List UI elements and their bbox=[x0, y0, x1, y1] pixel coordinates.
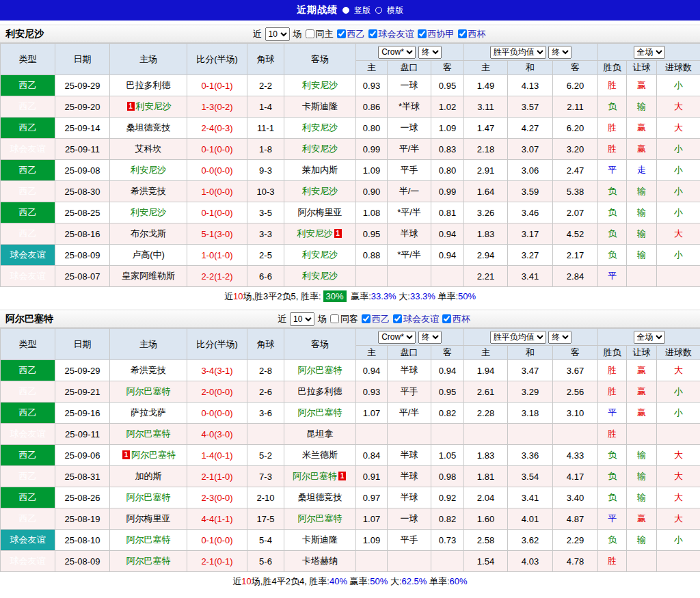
team-link[interactable]: 希洪竞技 bbox=[131, 365, 166, 375]
team-link[interactable]: 阿尔巴塞特 bbox=[126, 534, 171, 545]
home-team-cell[interactable]: 希洪竞技 bbox=[110, 181, 187, 202]
asian-time-select[interactable]: 终 bbox=[418, 46, 442, 59]
home-team-cell[interactable]: 阿尔梅里亚 bbox=[110, 508, 187, 530]
team-link[interactable]: 卡塔赫纳 bbox=[302, 556, 338, 566]
match-count-select[interactable]: 10 bbox=[265, 27, 290, 41]
home-team-cell[interactable]: 利安尼沙 bbox=[110, 202, 187, 223]
league-checkbox[interactable] bbox=[458, 29, 467, 38]
vertical-layout-radio[interactable] bbox=[342, 7, 349, 14]
away-team-cell[interactable]: 米兰德斯 bbox=[284, 445, 356, 466]
home-team-cell[interactable]: 利安尼沙 bbox=[110, 160, 187, 181]
horizontal-layout-label[interactable]: 横版 bbox=[387, 5, 403, 16]
team-link[interactable]: 萨拉戈萨 bbox=[131, 407, 166, 418]
team-link[interactable]: 利安尼沙 bbox=[297, 228, 333, 239]
home-team-cell[interactable]: 艾科坎 bbox=[110, 139, 187, 160]
away-team-cell[interactable]: 卡塔赫纳 bbox=[284, 551, 356, 572]
team-link[interactable]: 艾科坎 bbox=[135, 144, 162, 154]
away-team-cell[interactable]: 利安尼沙 bbox=[284, 118, 356, 139]
league-filter[interactable]: 西协甲 bbox=[418, 28, 455, 40]
team-link[interactable]: 昆坦拿 bbox=[307, 429, 334, 439]
same-venue-filter[interactable]: 同客 bbox=[330, 313, 358, 325]
europe-odds-select[interactable]: 胜平负均值 bbox=[490, 331, 546, 344]
league-filter[interactable]: 西杯 bbox=[458, 28, 486, 40]
home-team-cell[interactable]: 加的斯 bbox=[110, 466, 187, 487]
team-link[interactable]: 阿尔巴塞特 bbox=[126, 556, 171, 566]
league-checkbox[interactable] bbox=[362, 314, 371, 323]
away-team-cell[interactable]: 桑坦德竞技 bbox=[284, 487, 356, 508]
team-link[interactable]: 利安尼沙 bbox=[302, 80, 338, 90]
team-link[interactable]: 利安尼沙 bbox=[302, 249, 338, 260]
league-filter[interactable]: 球会友谊 bbox=[368, 28, 414, 40]
home-team-cell[interactable]: 阿尔巴塞特 bbox=[110, 551, 187, 572]
team-link[interactable]: 巴拉多利德 bbox=[126, 80, 171, 90]
away-team-cell[interactable]: 利安尼沙1 bbox=[284, 223, 356, 245]
home-team-cell[interactable]: 阿尔巴塞特 bbox=[110, 530, 187, 551]
same-venue-checkbox[interactable] bbox=[330, 314, 339, 323]
home-team-cell[interactable]: 萨拉戈萨 bbox=[110, 403, 187, 424]
home-team-cell[interactable]: 桑坦德竞技 bbox=[110, 118, 187, 139]
away-team-cell[interactable]: 利安尼沙 bbox=[284, 266, 356, 287]
team-link[interactable]: 卡斯迪隆 bbox=[302, 534, 338, 545]
same-venue-checkbox[interactable] bbox=[306, 29, 314, 38]
team-link[interactable]: 利安尼沙 bbox=[302, 144, 338, 154]
home-team-cell[interactable]: 阿尔巴塞特 bbox=[110, 381, 187, 403]
league-filter[interactable]: 西乙 bbox=[337, 28, 365, 40]
home-team-cell[interactable]: 巴拉多利德 bbox=[110, 75, 187, 96]
team-link[interactable]: 利安尼沙 bbox=[302, 186, 338, 196]
home-team-cell[interactable]: 1利安尼沙 bbox=[110, 96, 187, 118]
team-link[interactable]: 卢高(中) bbox=[132, 249, 165, 260]
team-link[interactable]: 米兰德斯 bbox=[302, 450, 338, 460]
team-link[interactable]: 阿尔梅里亚 bbox=[298, 207, 342, 217]
team-link[interactable]: 莱加内斯 bbox=[302, 165, 338, 175]
away-team-cell[interactable]: 阿尔梅里亚 bbox=[284, 202, 356, 223]
away-team-cell[interactable]: 阿尔巴塞特1 bbox=[284, 466, 356, 487]
away-team-cell[interactable]: 阿尔巴塞特 bbox=[284, 403, 356, 424]
team-link[interactable]: 阿尔巴塞特 bbox=[298, 365, 342, 375]
team-link[interactable]: 希洪竞技 bbox=[131, 186, 166, 196]
league-checkbox[interactable] bbox=[368, 29, 377, 38]
team-link[interactable]: 利安尼沙 bbox=[136, 101, 172, 111]
away-team-cell[interactable]: 巴拉多利德 bbox=[284, 381, 356, 403]
europe-odds-select[interactable]: 胜平负均值 bbox=[490, 46, 546, 59]
vertical-layout-label[interactable]: 竖版 bbox=[354, 5, 371, 16]
team-link[interactable]: 阿尔巴塞特 bbox=[131, 450, 176, 460]
result-scope-select[interactable]: 全场 bbox=[634, 46, 665, 59]
odds-company-select[interactable]: Crow* bbox=[378, 331, 416, 344]
away-team-cell[interactable]: 卡斯迪隆 bbox=[284, 96, 356, 118]
europe-time-select[interactable]: 终 bbox=[548, 331, 571, 344]
league-checkbox[interactable] bbox=[418, 29, 427, 38]
league-filter[interactable]: 球会友谊 bbox=[393, 313, 439, 325]
team-link[interactable]: 利安尼沙 bbox=[302, 122, 338, 133]
league-filter[interactable]: 西乙 bbox=[362, 313, 390, 325]
team-link[interactable]: 皇家阿维勒斯 bbox=[122, 271, 175, 281]
team-link[interactable]: 利安尼沙 bbox=[302, 271, 338, 281]
away-team-cell[interactable]: 阿尔巴塞特 bbox=[284, 360, 356, 381]
away-team-cell[interactable]: 卡斯迪隆 bbox=[284, 530, 356, 551]
team-link[interactable]: 加的斯 bbox=[135, 471, 162, 481]
away-team-cell[interactable]: 阿尔巴塞特 bbox=[284, 508, 356, 530]
home-team-cell[interactable]: 希洪竞技 bbox=[110, 360, 187, 381]
team-link[interactable]: 利安尼沙 bbox=[131, 207, 166, 217]
away-team-cell[interactable]: 莱加内斯 bbox=[284, 160, 356, 181]
home-team-cell[interactable]: 布尔戈斯 bbox=[110, 223, 187, 245]
away-team-cell[interactable]: 利安尼沙 bbox=[284, 75, 356, 96]
team-link[interactable]: 阿尔巴塞特 bbox=[298, 407, 342, 418]
team-link[interactable]: 桑坦德竞技 bbox=[298, 492, 342, 502]
asian-time-select[interactable]: 终 bbox=[418, 331, 442, 344]
team-link[interactable]: 阿尔巴塞特 bbox=[293, 471, 337, 481]
home-team-cell[interactable]: 卢高(中) bbox=[110, 245, 187, 266]
team-link[interactable]: 利安尼沙 bbox=[131, 165, 166, 175]
team-link[interactable]: 阿尔巴塞特 bbox=[126, 492, 171, 502]
home-team-cell[interactable]: 阿尔巴塞特 bbox=[110, 424, 187, 445]
away-team-cell[interactable]: 利安尼沙 bbox=[284, 181, 356, 202]
odds-company-select[interactable]: Crow* bbox=[378, 46, 416, 59]
europe-time-select[interactable]: 终 bbox=[548, 46, 571, 59]
team-link[interactable]: 阿尔巴塞特 bbox=[126, 429, 171, 439]
team-link[interactable]: 阿尔巴塞特 bbox=[298, 513, 342, 524]
league-checkbox[interactable] bbox=[393, 314, 402, 323]
league-checkbox[interactable] bbox=[337, 29, 346, 38]
league-filter[interactable]: 西杯 bbox=[442, 313, 470, 325]
home-team-cell[interactable]: 1阿尔巴塞特 bbox=[110, 445, 187, 466]
away-team-cell[interactable]: 利安尼沙 bbox=[284, 139, 356, 160]
team-link[interactable]: 桑坦德竞技 bbox=[126, 122, 171, 133]
